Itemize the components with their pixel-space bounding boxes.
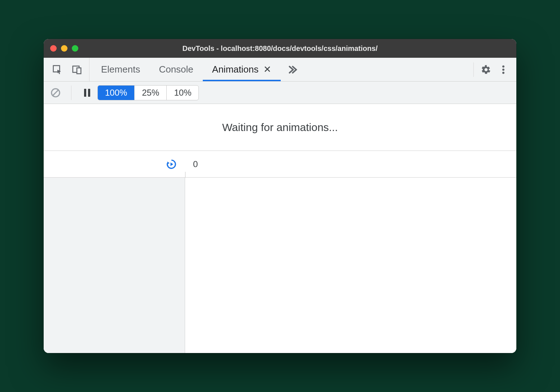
clear-icon: [50, 87, 61, 98]
speed-label: 100%: [105, 88, 127, 97]
replay-icon: [166, 159, 177, 170]
speed-label: 25%: [142, 88, 159, 97]
gear-icon: [481, 64, 491, 75]
svg-point-4: [502, 69, 504, 71]
speed-25[interactable]: 25%: [135, 86, 167, 100]
inspect-group: [44, 58, 89, 81]
waiting-text: Waiting for animations...: [222, 121, 338, 134]
more-tabs-button[interactable]: [281, 58, 305, 81]
tab-elements[interactable]: Elements: [92, 58, 149, 81]
animations-toolbar: 100% 25% 10%: [44, 82, 516, 104]
pause-icon: [84, 89, 90, 97]
timeline-header: 0: [44, 151, 516, 178]
clear-button[interactable]: [49, 86, 62, 100]
animations-body: [44, 178, 516, 353]
animation-list-pane: [44, 178, 185, 353]
devtools-window: DevTools - localhost:8080/docs/devtools/…: [44, 39, 516, 353]
settings-button[interactable]: [479, 62, 493, 77]
timeline-ruler[interactable]: 0: [185, 151, 516, 177]
window-zoom-button[interactable]: [72, 45, 78, 52]
inspect-cursor-icon: [52, 64, 63, 75]
speed-label: 10%: [174, 88, 191, 97]
tab-list: Elements Console Animations ✕: [92, 58, 468, 81]
devtools-tabs-row: Elements Console Animations ✕: [44, 58, 516, 82]
separator: [473, 62, 474, 77]
window-close-button[interactable]: [50, 45, 57, 52]
device-toggle-button[interactable]: [70, 62, 84, 77]
tab-label: Elements: [101, 64, 140, 75]
window-controls: [50, 45, 78, 52]
close-tab-button[interactable]: ✕: [263, 64, 271, 75]
chevron-right-icon: [287, 64, 298, 75]
pause-button[interactable]: [80, 86, 94, 100]
replay-button[interactable]: [164, 157, 179, 171]
svg-point-5: [502, 71, 504, 74]
separator: [71, 86, 71, 100]
tabs-right-actions: [468, 58, 516, 81]
tab-console[interactable]: Console: [149, 58, 202, 81]
device-icon: [71, 64, 82, 75]
playback-speed-group: 100% 25% 10%: [97, 85, 199, 100]
svg-rect-2: [77, 68, 81, 74]
timeline-controls: [44, 151, 185, 177]
svg-line-7: [53, 90, 58, 95]
speed-10[interactable]: 10%: [167, 86, 198, 100]
window-minimize-button[interactable]: [61, 45, 67, 52]
inspect-element-button[interactable]: [50, 62, 65, 77]
waiting-panel: Waiting for animations...: [44, 104, 516, 151]
animation-detail-pane: [185, 178, 516, 353]
window-title: DevTools - localhost:8080/docs/devtools/…: [44, 44, 516, 53]
tab-label: Console: [159, 64, 193, 75]
svg-point-3: [502, 65, 504, 67]
dots-vertical-icon: [498, 64, 509, 75]
tab-animations[interactable]: Animations ✕: [203, 58, 281, 81]
speed-100[interactable]: 100%: [98, 86, 135, 100]
more-options-button[interactable]: [496, 62, 511, 77]
timeline-zero-label: 0: [193, 159, 198, 169]
titlebar: DevTools - localhost:8080/docs/devtools/…: [44, 39, 516, 58]
tab-label: Animations: [212, 64, 259, 75]
